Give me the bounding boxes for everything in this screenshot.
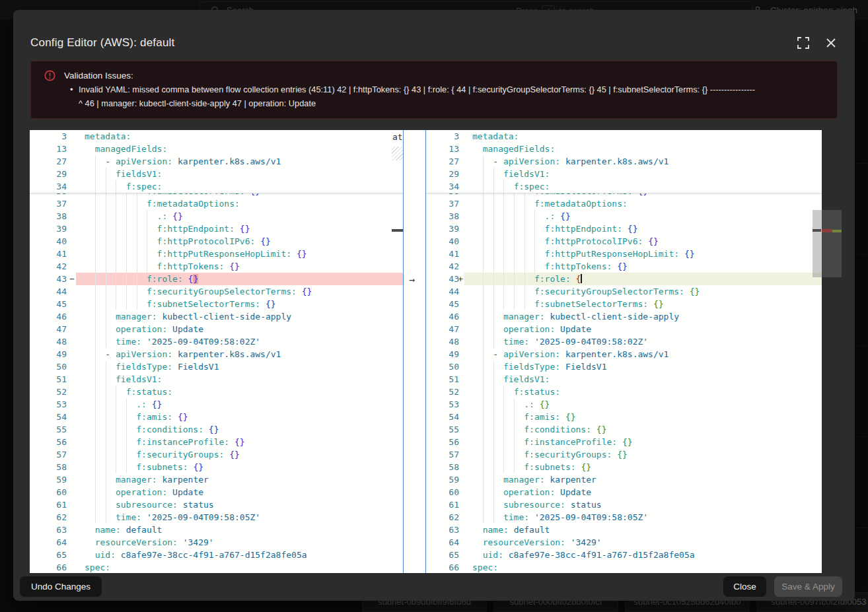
sticky-scroll-header: 3metadata:13 managedFields:27 - apiVersi…: [30, 130, 403, 193]
validation-heading: Validation Issues:: [64, 71, 133, 81]
code-line: 59 manager: karpenter: [426, 473, 822, 486]
code-line: 57 f:securityGroups: {}: [30, 448, 403, 461]
line-number: 56: [426, 436, 464, 448]
code-line: 43+ f:role: {: [426, 273, 822, 285]
fullscreen-button[interactable]: [793, 32, 814, 53]
vertical-scrollbar-thumb[interactable]: [813, 210, 822, 277]
code-line: 41 f:httpPutResponseHopLimit: {}: [426, 248, 822, 260]
code-lines: 37 f:metadataOptions:38 .: {}39 f:httpEn…: [426, 197, 822, 573]
code-line: 45 f:subnetSelectorTerms: {}: [30, 298, 403, 310]
code-line: 51 fieldsV1:: [30, 373, 403, 386]
fullscreen-corners-icon: [797, 37, 809, 49]
code-line: 49 - apiVersion: karpenter.k8s.aws/v1: [30, 348, 403, 360]
code-line: 27 - apiVersion: karpenter.k8s.aws/v1: [30, 155, 403, 168]
line-number: 41: [426, 248, 464, 260]
line-number: 40: [426, 235, 464, 248]
line-number: 34: [426, 180, 464, 193]
line-number: 62: [426, 511, 464, 524]
line-number: 62: [30, 511, 76, 524]
line-number: 46: [426, 310, 464, 323]
code-line: 61 subresource: status: [30, 498, 403, 511]
code-line: 62 time: '2025-09-04T09:58:05Z': [426, 511, 822, 524]
code-line: 34 f:spec:: [30, 180, 403, 193]
code-line: 38 .: {}: [426, 210, 822, 222]
code-line: 3metadata:: [426, 130, 822, 143]
line-number: 52: [426, 386, 464, 398]
diff-modified-pane[interactable]: 3metadata:13 managedFields:27 - apiVersi…: [426, 130, 822, 573]
code-line: 55 f:conditions: {}: [30, 423, 403, 436]
added-change-mark: [832, 230, 842, 232]
code-line: 58 f:subnets: {}: [30, 461, 403, 473]
line-number: 66: [426, 561, 464, 573]
code-line: 63 name: default: [426, 524, 822, 536]
code-line: 60 operation: Update: [426, 486, 822, 498]
code-line: 61 subresource: status: [426, 498, 822, 511]
close-button[interactable]: Close: [723, 576, 766, 597]
code-line: 58 f:subnets: {}: [426, 461, 822, 473]
code-line: 53 .: {}: [30, 398, 403, 411]
code-line: 13 managedFields:: [426, 143, 822, 155]
text-cursor: [581, 274, 582, 283]
line-number: 38: [30, 210, 76, 222]
line-number: 13: [30, 143, 76, 155]
overview-ruler-thumb[interactable]: [822, 210, 842, 277]
diff-editor-sash[interactable]: →: [403, 130, 426, 573]
code-line: 42 f:httpTokens: {}: [426, 260, 822, 273]
line-number: 57: [30, 448, 76, 461]
bullet-point: •: [70, 85, 73, 94]
line-number: 52: [30, 386, 76, 398]
code-line: 50 fieldsType: FieldsV1: [426, 360, 822, 373]
code-line: 40 f:httpProtocolIPv6: {}: [426, 235, 822, 248]
code-line: 64 resourceVersion: '3429': [426, 536, 822, 549]
line-number: 45: [426, 298, 464, 310]
code-line: 52 f:status:: [30, 386, 403, 398]
code-line: 66spec:: [30, 561, 403, 573]
line-number: 57: [426, 448, 464, 461]
overview-cursor-mark: [813, 229, 821, 232]
code-line: 37 f:metadataOptions:: [30, 197, 403, 210]
code-line: 54 f:amis: {}: [426, 411, 822, 423]
line-number: 55: [426, 423, 464, 436]
line-number: 64: [30, 536, 76, 549]
code-line: 59 manager: karpenter: [30, 473, 403, 486]
code-line: 57 f:securityGroups: {}: [426, 448, 822, 461]
line-number: 51: [426, 373, 464, 386]
code-line: 49 - apiVersion: karpenter.k8s.aws/v1: [426, 348, 822, 360]
line-number: 43−: [30, 273, 76, 285]
line-number: 48: [426, 335, 464, 348]
line-number: 49: [426, 348, 464, 360]
line-number: 41: [30, 248, 76, 260]
diff-overview-ruler[interactable]: [822, 130, 842, 573]
line-number: 47: [30, 323, 76, 335]
line-number: 46: [30, 310, 76, 323]
close-dialog-button[interactable]: [820, 32, 842, 53]
code-line: 44 f:securityGroupSelectorTerms: {}: [426, 285, 822, 298]
revert-change-arrow[interactable]: →: [409, 274, 415, 286]
close-icon: [826, 38, 836, 48]
overview-cursor-mark: [392, 229, 403, 232]
code-line: 46 manager: kubectl-client-side-apply: [426, 310, 822, 323]
code-line: 27 - apiVersion: karpenter.k8s.aws/v1: [426, 155, 822, 168]
code-line: 56 f:instanceProfile: {}: [426, 436, 822, 448]
line-number: 42: [30, 260, 76, 273]
code-line: 48 time: '2025-09-04T09:58:02Z': [426, 335, 822, 348]
line-number: 3: [30, 130, 76, 143]
code-line: 47 operation: Update: [30, 323, 403, 335]
diff-original-pane[interactable]: 3metadata:13 managedFields:27 - apiVersi…: [30, 130, 403, 573]
code-line: 51 fieldsV1:: [426, 373, 822, 386]
code-line: 46 manager: kubectl-client-side-apply: [30, 310, 403, 323]
line-number: 58: [426, 461, 464, 473]
line-number: 13: [426, 143, 464, 155]
validation-message-line1: Invalid YAML: missed comma between flow …: [79, 85, 832, 94]
line-number: 29: [30, 168, 76, 180]
line-number: 44: [30, 285, 76, 298]
line-number: 55: [30, 423, 76, 436]
code-line: 40 f:httpProtocolIPv6: {}: [30, 235, 403, 248]
line-number: 50: [426, 360, 464, 373]
code-line: 43− f:role: {}: [30, 273, 403, 285]
config-editor-dialog: Config Editor (AWS): default Validation …: [13, 10, 855, 601]
code-line: 3metadata:: [30, 130, 403, 143]
undo-changes-button[interactable]: Undo Changes: [20, 576, 102, 597]
code-line: 29 fieldsV1:: [426, 168, 822, 180]
line-number: 58: [30, 461, 76, 473]
